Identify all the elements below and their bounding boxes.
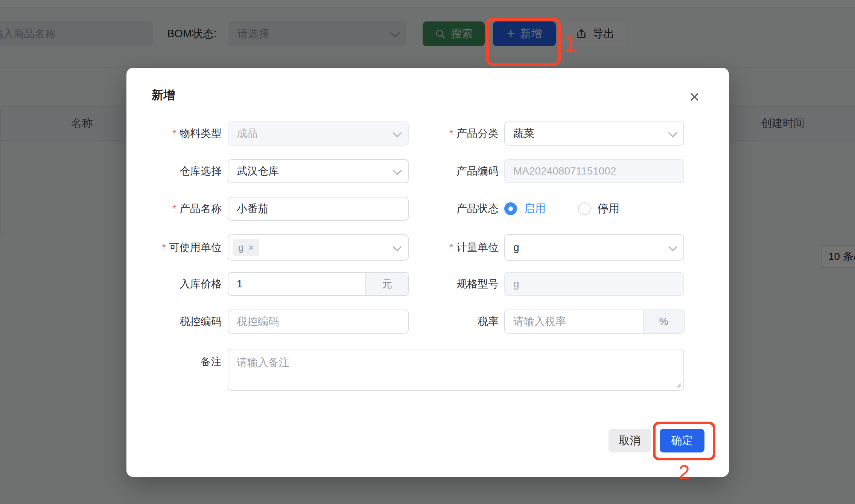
product-status-radio-group: 启用 停用 bbox=[504, 197, 619, 221]
tax-code-placeholder: 税控编码 bbox=[237, 314, 279, 329]
annotation-box-step2 bbox=[653, 422, 715, 460]
inbound-price-input[interactable]: 1 元 bbox=[228, 272, 409, 296]
radio-enabled-label[interactable]: 启用 bbox=[524, 201, 546, 216]
product-category-value: 蔬菜 bbox=[513, 126, 534, 141]
inbound-price-unit-suffix: 元 bbox=[365, 273, 408, 295]
unit-tag: g × bbox=[233, 239, 259, 256]
required-mark: * bbox=[162, 241, 166, 254]
radio-disabled-label[interactable]: 停用 bbox=[598, 201, 619, 216]
field-label-product-name: * 产品名称 bbox=[126, 197, 222, 221]
remark-textarea[interactable]: 请输入备注 bbox=[228, 349, 684, 391]
product-code-input[interactable]: MA202408071151002 bbox=[504, 159, 684, 183]
required-mark: * bbox=[172, 203, 176, 215]
radio-enabled[interactable] bbox=[504, 202, 517, 215]
product-category-select[interactable]: 蔬菜 bbox=[504, 121, 684, 146]
measure-unit-select[interactable]: g bbox=[504, 234, 684, 261]
field-label-measure-unit: * 计量单位 bbox=[405, 234, 499, 261]
required-mark: * bbox=[449, 241, 453, 254]
field-label-remark: 备注 bbox=[126, 349, 222, 375]
field-label-product-status: 产品状态 bbox=[405, 197, 499, 221]
product-name-input[interactable]: 小番茄 bbox=[228, 197, 409, 221]
field-label-usable-unit: * 可使用单位 bbox=[126, 234, 222, 261]
warehouse-select[interactable]: 武汉仓库 bbox=[228, 159, 409, 183]
field-label-product-code: 产品编码 bbox=[405, 159, 499, 183]
tax-rate-percent-suffix: % bbox=[643, 310, 684, 333]
remark-placeholder: 请输入备注 bbox=[237, 357, 289, 368]
field-label-material-type: * 物料类型 bbox=[126, 121, 222, 146]
usable-unit-multiselect[interactable]: g × bbox=[228, 234, 409, 261]
unit-tag-label: g bbox=[238, 242, 243, 254]
screen: 输入商品名称 BOM状态: 请选择 搜索 + 新增 导出 名称 创建时间 10 … bbox=[0, 0, 855, 504]
field-label-product-category: * 产品分类 bbox=[405, 121, 499, 146]
spec-model-placeholder: g bbox=[513, 278, 519, 290]
field-label-inbound-price: 入库价格 bbox=[126, 272, 222, 296]
field-label-warehouse: 仓库选择 bbox=[126, 159, 222, 183]
material-type-value: 成品 bbox=[237, 126, 258, 141]
field-label-spec-model: 规格型号 bbox=[405, 272, 499, 296]
resize-handle-icon[interactable] bbox=[675, 382, 681, 388]
inbound-price-value[interactable]: 1 bbox=[228, 273, 365, 295]
warehouse-value: 武汉仓库 bbox=[237, 164, 279, 178]
chevron-down-icon bbox=[393, 128, 402, 137]
tax-code-input[interactable]: 税控编码 bbox=[228, 310, 409, 334]
cancel-button[interactable]: 取消 bbox=[609, 429, 651, 452]
chevron-down-icon bbox=[668, 128, 677, 137]
dialog-title: 新增 bbox=[152, 87, 175, 103]
product-code-value: MA202408071151002 bbox=[513, 165, 616, 177]
chevron-down-icon bbox=[668, 242, 677, 251]
annotation-number-2: 2 bbox=[674, 462, 694, 482]
chevron-down-icon bbox=[393, 166, 402, 175]
spec-model-input[interactable]: g bbox=[504, 272, 684, 296]
required-mark: * bbox=[172, 128, 176, 140]
material-type-select[interactable]: 成品 bbox=[228, 121, 409, 146]
tax-rate-placeholder: 请输入税率 bbox=[513, 314, 566, 329]
field-label-tax-rate: 税率 bbox=[405, 310, 499, 334]
annotation-box-step1 bbox=[486, 18, 561, 66]
tax-rate-input[interactable]: 请输入税率 % bbox=[504, 310, 685, 334]
add-dialog: 新增 × * 物料类型 成品 * 产品分类 蔬菜 仓库选择 武汉仓库 产品编码 bbox=[126, 68, 729, 477]
chevron-down-icon bbox=[393, 242, 402, 251]
required-mark: * bbox=[449, 128, 453, 140]
product-name-value: 小番茄 bbox=[237, 202, 268, 216]
field-label-tax-code: 税控编码 bbox=[126, 310, 222, 334]
tag-remove-icon[interactable]: × bbox=[248, 243, 254, 252]
close-icon[interactable]: × bbox=[689, 87, 700, 107]
annotation-number-1: 1 bbox=[564, 32, 578, 56]
measure-unit-value: g bbox=[513, 241, 519, 254]
radio-disabled[interactable] bbox=[578, 202, 591, 215]
